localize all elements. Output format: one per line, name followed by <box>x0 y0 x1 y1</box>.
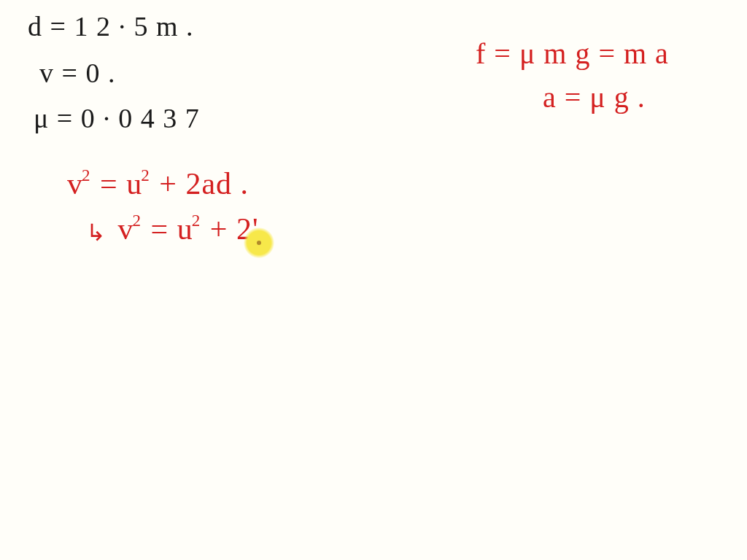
kin1-equ: = u <box>100 167 142 201</box>
kin2-u-exp: 2 <box>192 211 201 230</box>
kin2-equ: = u <box>151 212 193 246</box>
given-v: v = 0 . <box>39 57 115 89</box>
cursor-highlight-icon <box>244 228 274 258</box>
kin2-v: v <box>118 212 134 246</box>
kin2-v-exp: 2 <box>133 211 142 230</box>
sub-arrow-icon: ↳ <box>86 219 107 246</box>
kinematic-eq1: v2 = u2 + 2ad . <box>67 166 249 201</box>
kin1-v-exp: 2 <box>82 166 91 184</box>
kinematic-eq2: ↳ v2 = u2 + 2' <box>86 211 259 246</box>
force-eq2: a = μ g . <box>543 80 646 114</box>
kin1-u-exp: 2 <box>141 166 150 184</box>
kin1-v: v <box>67 167 83 201</box>
given-d: d = 1 2 · 5 m . <box>28 10 194 42</box>
force-eq1: f = μ m g = m a <box>476 36 669 71</box>
kin1-tail: + 2ad . <box>159 167 249 201</box>
given-mu: μ = 0 · 0 4 3 7 <box>34 102 200 134</box>
